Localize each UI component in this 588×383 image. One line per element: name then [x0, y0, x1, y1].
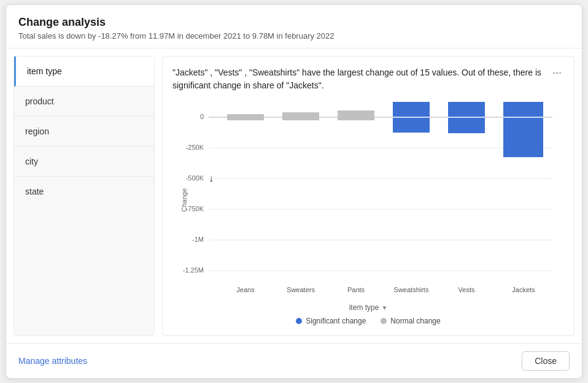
sidebar-item-product[interactable]: product [14, 87, 154, 117]
more-options-button[interactable]: ··· [547, 64, 567, 82]
close-button[interactable]: Close [522, 351, 570, 371]
svg-text:-250K: -250K [186, 144, 204, 151]
svg-text:Change: Change [180, 188, 188, 212]
manage-attributes-link[interactable]: Manage attributes [18, 356, 87, 366]
legend-normal: Normal change [381, 317, 440, 325]
dialog-title: Change analysis [18, 16, 570, 29]
svg-text:Vests: Vests [458, 286, 475, 293]
svg-text:-750K: -750K [186, 205, 204, 212]
chart-legend: Significant change Normal change [172, 317, 564, 325]
x-axis-label: item type ▼ [172, 303, 564, 312]
svg-text:Pants: Pants [347, 286, 365, 293]
dialog-body: item type product region city state ··· … [6, 48, 582, 343]
sidebar-item-city[interactable]: city [14, 147, 154, 177]
svg-text:↓: ↓ [209, 173, 214, 184]
svg-text:Jackets: Jackets [512, 286, 535, 293]
svg-text:Jeans: Jeans [236, 286, 255, 293]
dialog-subtitle: Total sales is down by -18.27% from 11.9… [18, 31, 570, 41]
dialog-footer: Manage attributes Close [6, 343, 582, 378]
legend-significant: Significant change [296, 317, 366, 325]
svg-text:-1.25M: -1.25M [183, 266, 204, 274]
bar-sweaters [282, 112, 319, 120]
dialog-header: Change analysis Total sales is down by -… [6, 5, 582, 48]
significant-dot [296, 318, 302, 324]
bar-jackets [503, 102, 543, 157]
svg-text:-1M: -1M [192, 236, 204, 243]
sidebar-item-state[interactable]: state [14, 177, 154, 206]
svg-text:Sweaters: Sweaters [287, 286, 315, 293]
sidebar-item-region[interactable]: region [14, 117, 154, 147]
bar-pants [338, 110, 374, 120]
sidebar-item-item-type[interactable]: item type [14, 56, 154, 87]
bar-chart: 0 -250K -500K -750K -1M -1.25M Change [172, 102, 564, 298]
svg-text:Sweatshirts: Sweatshirts [394, 286, 429, 293]
bar-jeans [227, 114, 264, 120]
chart-panel: ··· "Jackets" , "Vests" , "Sweatshirts" … [162, 56, 574, 336]
change-analysis-dialog: Change analysis Total sales is down by -… [6, 4, 582, 379]
svg-text:-500K: -500K [186, 174, 204, 182]
chart-area: 0 -250K -500K -750K -1M -1.25M Change [172, 102, 564, 312]
normal-dot [381, 318, 387, 324]
dropdown-arrow-icon: ▼ [381, 304, 387, 311]
sidebar: item type product region city state [14, 56, 155, 336]
chart-description: "Jackets" , "Vests" , "Sweatshirts" have… [172, 66, 564, 92]
svg-text:0: 0 [200, 113, 204, 120]
